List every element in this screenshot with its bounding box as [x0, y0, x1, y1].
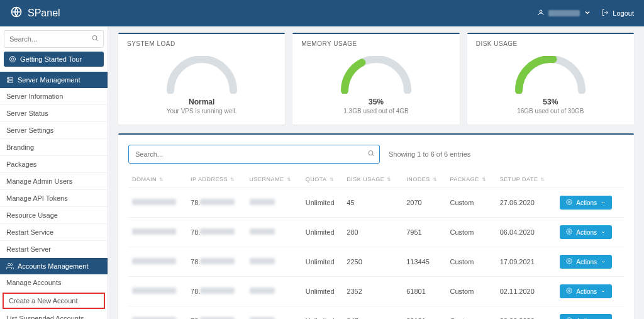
user-icon	[537, 9, 545, 18]
gauge-sub: Your VPS is running well.	[127, 108, 276, 115]
table-row: 78.Unlimited235261801Custom02.11.2020Act…	[128, 277, 624, 306]
user-menu[interactable]	[537, 9, 591, 18]
sidebar-item[interactable]: List Suspended Accounts	[0, 310, 108, 319]
svg-point-9	[369, 151, 373, 155]
sidebar-item[interactable]: Server Status	[0, 105, 108, 122]
table-search-input[interactable]	[128, 145, 380, 164]
table-header[interactable]: QUOTA⇅	[302, 171, 343, 188]
table-row: 78.Unlimited2807951Custom06.04.2020Actio…	[128, 218, 624, 247]
table-header[interactable]: DOMAIN⇅	[128, 171, 187, 188]
brand-text: SPanel	[28, 8, 60, 19]
gear-icon	[566, 258, 572, 266]
table-header[interactable]: PACKAGE⇅	[446, 171, 496, 188]
gauge-label: 53%	[476, 98, 625, 106]
card-title: DISK USAGE	[467, 34, 634, 53]
table-row: 78.Unlimited84720131Custom08.09.2020Acti…	[128, 306, 624, 320]
table-header[interactable]: USERNAME⇅	[246, 171, 302, 188]
gauge-memory	[338, 56, 414, 94]
brand[interactable]: SPanel	[10, 6, 60, 21]
gauge-sub: 1.3GB used out of 4GB	[301, 108, 450, 115]
card-memory-usage: MEMORY USAGE 35% 1.3GB used out of 4GB	[292, 33, 459, 125]
accounts-table-card: Showing 1 to 6 of 6 entries DOMAIN⇅IP AD…	[118, 133, 634, 319]
sidebar-item[interactable]: Restart Server	[0, 241, 108, 258]
sidebar-item[interactable]: Resource Usage	[0, 207, 108, 224]
table-row: 78.Unlimited2250113445Custom17.09.2021Ac…	[128, 247, 624, 277]
svg-point-4	[11, 58, 14, 60]
logout-label: Logout	[613, 9, 634, 17]
table-header[interactable]: IP ADDRESS⇅	[187, 171, 245, 188]
table-header[interactable]: SETUP DATE⇅	[496, 171, 557, 188]
actions-button[interactable]: Actions	[560, 255, 612, 269]
svg-point-13	[569, 290, 570, 292]
card-disk-usage: DISK USAGE 53% 16GB used out of 30GB	[467, 33, 634, 125]
gauge-label: 35%	[301, 98, 450, 106]
actions-button[interactable]: Actions	[560, 196, 612, 210]
logout-icon	[601, 9, 609, 18]
actions-button[interactable]: Actions	[560, 314, 612, 319]
sidebar-search-input[interactable]	[4, 30, 104, 48]
actions-button[interactable]: Actions	[560, 225, 612, 239]
sidebar-item[interactable]: Restart Service	[0, 224, 108, 241]
gear-icon	[566, 199, 572, 206]
sidebar-section-header[interactable]: Accounts Management	[0, 258, 108, 274]
chevron-down-icon	[601, 288, 606, 295]
svg-point-11	[569, 231, 570, 233]
sidebar-item[interactable]: Manage Accounts	[0, 274, 108, 291]
search-icon	[91, 35, 99, 44]
sidebar-item[interactable]: Packages	[0, 156, 108, 173]
chevron-down-icon	[601, 199, 606, 206]
chevron-down-icon	[601, 259, 606, 266]
logout-button[interactable]: Logout	[601, 9, 634, 18]
svg-point-7	[8, 78, 9, 79]
gauge-sub: 16GB used out of 30GB	[476, 108, 625, 115]
gauge-system-load	[164, 56, 240, 94]
main-content: SYSTEM LOAD Normal Your VPS is running w…	[108, 26, 644, 319]
brand-icon	[10, 6, 23, 21]
sidebar-item[interactable]: Create a New Account	[3, 293, 105, 309]
card-system-load: SYSTEM LOAD Normal Your VPS is running w…	[118, 33, 285, 125]
card-title: SYSTEM LOAD	[118, 34, 285, 53]
svg-point-12	[569, 260, 570, 262]
table-header[interactable]	[556, 171, 624, 188]
getting-started-tour-button[interactable]: Getting Started Tour	[4, 52, 104, 67]
gauge-label: Normal	[127, 98, 276, 106]
card-title: MEMORY USAGE	[292, 34, 459, 53]
svg-point-8	[8, 81, 9, 82]
chevron-down-icon	[601, 229, 606, 236]
sidebar: Getting Started Tour Server ManagementSe…	[0, 26, 108, 319]
table-header[interactable]: DISK USAGE⇅	[343, 171, 402, 188]
svg-point-1	[540, 10, 542, 13]
actions-button[interactable]: Actions	[560, 284, 612, 298]
topbar: SPanel Logout	[0, 0, 644, 26]
sidebar-item[interactable]: Branding	[0, 139, 108, 156]
gear-icon	[566, 288, 572, 295]
table-row: 78.Unlimited452070Custom27.06.2020Action…	[128, 188, 624, 218]
accounts-table: DOMAIN⇅IP ADDRESS⇅USERNAME⇅QUOTA⇅DISK US…	[128, 171, 624, 319]
sidebar-section-header[interactable]: Server Management	[0, 72, 108, 88]
gauge-disk	[513, 56, 588, 94]
sidebar-item[interactable]: Manage Admin Users	[0, 173, 108, 190]
svg-point-10	[569, 201, 570, 203]
table-header[interactable]: INODES⇅	[402, 171, 446, 188]
gear-icon	[566, 228, 572, 236]
sidebar-item[interactable]: Server Settings	[0, 122, 108, 139]
username-redacted	[548, 10, 580, 16]
sidebar-item[interactable]: Server Information	[0, 88, 108, 105]
tour-label: Getting Started Tour	[20, 55, 82, 63]
svg-point-2	[92, 36, 97, 40]
entries-info: Showing 1 to 6 of 6 entries	[389, 150, 470, 158]
search-icon	[367, 150, 375, 159]
svg-point-3	[10, 57, 16, 62]
sidebar-item[interactable]: Manage API Tokens	[0, 190, 108, 207]
chevron-down-icon	[584, 9, 591, 18]
